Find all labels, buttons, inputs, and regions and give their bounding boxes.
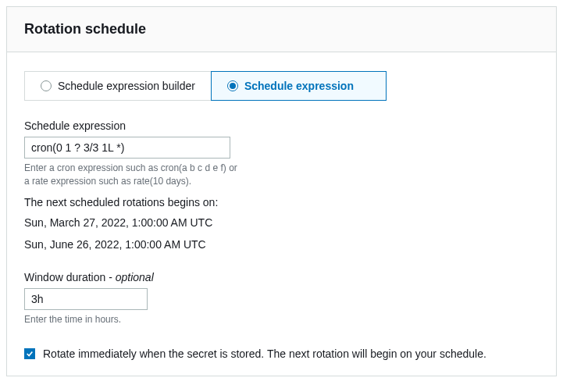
tab-schedule-expression-builder[interactable]: Schedule expression builder <box>24 71 212 101</box>
panel-header: Rotation schedule <box>7 7 556 52</box>
tab-schedule-expression[interactable]: Schedule expression <box>211 71 387 101</box>
schedule-expression-input[interactable] <box>24 137 230 159</box>
schedule-expression-field: Schedule expression Enter a cron express… <box>24 119 539 188</box>
rotate-immediately-checkbox[interactable] <box>24 348 35 359</box>
check-icon <box>26 350 34 358</box>
window-duration-help: Enter the time in hours. <box>24 313 243 326</box>
window-duration-input[interactable] <box>24 288 148 310</box>
window-duration-field: Window duration - optional Enter the tim… <box>24 271 539 326</box>
panel-title: Rotation schedule <box>24 21 539 37</box>
rotation-date: Sun, June 26, 2022, 1:00:00 AM UTC <box>24 238 539 251</box>
rotate-immediately-label: Rotate immediately when the secret is st… <box>43 347 486 360</box>
tab-label: Schedule expression <box>244 80 354 92</box>
rotate-immediately-row: Rotate immediately when the secret is st… <box>24 347 539 360</box>
schedule-expression-help: Enter a cron expression such as cron(a b… <box>24 162 243 188</box>
radio-icon <box>227 80 238 91</box>
panel-body: Schedule expression builder Schedule exp… <box>7 52 556 376</box>
window-duration-label: Window duration - optional <box>24 271 539 283</box>
rotation-schedule-panel: Rotation schedule Schedule expression bu… <box>6 6 557 376</box>
radio-icon <box>41 80 52 91</box>
tab-label: Schedule expression builder <box>58 80 195 92</box>
rotation-date: Sun, March 27, 2022, 1:00:00 AM UTC <box>24 216 539 229</box>
schedule-expression-label: Schedule expression <box>24 119 539 132</box>
next-rotations-section: The next scheduled rotations begins on: … <box>24 196 539 251</box>
schedule-mode-tabs: Schedule expression builder Schedule exp… <box>24 71 539 101</box>
next-rotations-title: The next scheduled rotations begins on: <box>24 196 539 208</box>
